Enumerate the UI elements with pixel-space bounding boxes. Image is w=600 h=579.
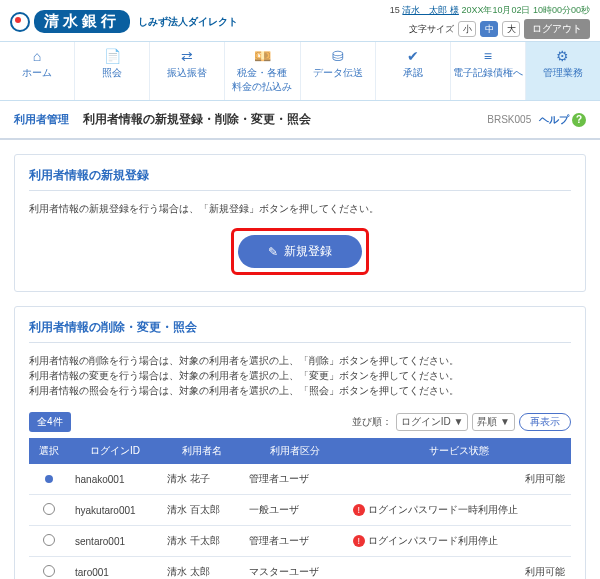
cell-login: hyakutaro001 bbox=[69, 495, 161, 526]
transfer-icon: ⇄ bbox=[152, 48, 222, 64]
manage-desc-edit: 利用者情報の変更を行う場合は、対象の利用者を選択の上、「変更」ボタンを押してくだ… bbox=[29, 368, 571, 383]
doc-icon: 📄 bbox=[77, 48, 147, 64]
nav-inquiry[interactable]: 📄照会 bbox=[74, 42, 149, 100]
admin-icon: ⚙ bbox=[528, 48, 598, 64]
timestamp: 20XX年10月02日 10時00分00秒 bbox=[461, 5, 590, 15]
data-icon: ⛁ bbox=[303, 48, 373, 64]
cell-role: 管理者ユーザ bbox=[243, 526, 347, 557]
nav-home[interactable]: ⌂ホーム bbox=[0, 42, 74, 100]
row-radio[interactable] bbox=[43, 565, 55, 577]
count-badge: 全4件 bbox=[29, 412, 71, 432]
cell-role: マスターユーザ bbox=[243, 557, 347, 580]
user-table: 選択 ログインID 利用者名 利用者区分 サービス状態 hanako001清水 … bbox=[29, 438, 571, 579]
register-title: 利用者情報の新規登録 bbox=[29, 167, 571, 191]
warning-icon: ! bbox=[353, 535, 365, 547]
nav-data[interactable]: ⛁データ伝送 bbox=[300, 42, 375, 100]
cell-name: 清水 花子 bbox=[161, 464, 243, 495]
tax-icon: 💴 bbox=[227, 48, 297, 64]
table-row: sentaro001清水 千太郎管理者ユーザ!ログインパスワード利用停止 bbox=[29, 526, 571, 557]
check-icon: ✔ bbox=[378, 48, 448, 64]
col-role: 利用者区分 bbox=[243, 438, 347, 464]
col-name: 利用者名 bbox=[161, 438, 243, 464]
sort-dir-select[interactable]: 昇順 ▼ bbox=[472, 413, 515, 431]
col-login: ログインID bbox=[69, 438, 161, 464]
cell-login: hanako001 bbox=[69, 464, 161, 495]
cell-name: 清水 千太郎 bbox=[161, 526, 243, 557]
cell-name: 清水 太郎 bbox=[161, 557, 243, 580]
pencil-icon: ✎ bbox=[268, 245, 278, 259]
cell-name: 清水 百太郎 bbox=[161, 495, 243, 526]
register-desc: 利用者情報の新規登録を行う場合は、「新規登録」ボタンを押してください。 bbox=[29, 201, 571, 216]
register-panel: 利用者情報の新規登録 利用者情報の新規登録を行う場合は、「新規登録」ボタンを押し… bbox=[14, 154, 586, 292]
cell-login: sentaro001 bbox=[69, 526, 161, 557]
help-link[interactable]: ヘルプ ? bbox=[539, 113, 586, 127]
sub-brand: しみず法人ダイレクト bbox=[138, 15, 238, 29]
row-radio[interactable] bbox=[45, 475, 53, 483]
cell-login: taro001 bbox=[69, 557, 161, 580]
nav-densai[interactable]: ≡電子記録債権へ bbox=[450, 42, 525, 100]
nav-approve[interactable]: ✔承認 bbox=[375, 42, 450, 100]
nav-admin[interactable]: ⚙管理業務 bbox=[525, 42, 600, 100]
new-register-button[interactable]: ✎ 新規登録 bbox=[238, 235, 362, 268]
register-highlight: ✎ 新規登録 bbox=[231, 228, 369, 275]
table-row: hanako001清水 花子管理者ユーザ利用可能 bbox=[29, 464, 571, 495]
manage-desc-delete: 利用者情報の削除を行う場合は、対象の利用者を選択の上、「削除」ボタンを押してくだ… bbox=[29, 353, 571, 368]
warning-icon: ! bbox=[353, 504, 365, 516]
logo-mark-icon bbox=[10, 12, 30, 32]
col-select: 選択 bbox=[29, 438, 69, 464]
refresh-button[interactable]: 再表示 bbox=[519, 413, 571, 431]
help-icon: ? bbox=[572, 113, 586, 127]
global-nav: ⌂ホーム 📄照会 ⇄振込振替 💴税金・各種 料金の払込み ⛁データ伝送 ✔承認 … bbox=[0, 41, 600, 101]
sort-field-select[interactable]: ログインID ▼ bbox=[396, 413, 469, 431]
table-row: taro001清水 太郎マスターユーザ利用可能 bbox=[29, 557, 571, 580]
cell-status: !ログインパスワード利用停止 bbox=[347, 526, 571, 557]
user-name-link[interactable]: 清水 太郎 様 bbox=[402, 5, 459, 15]
nav-tax[interactable]: 💴税金・各種 料金の払込み bbox=[224, 42, 299, 100]
breadcrumb-category: 利用者管理 bbox=[14, 112, 69, 127]
cell-status: 利用可能 bbox=[347, 464, 571, 495]
font-large-button[interactable]: 大 bbox=[502, 21, 520, 37]
cell-status: !ログインパスワード一時利用停止 bbox=[347, 495, 571, 526]
manage-panel: 利用者情報の削除・変更・照会 利用者情報の削除を行う場合は、対象の利用者を選択の… bbox=[14, 306, 586, 579]
user-prefix: 15 bbox=[390, 5, 400, 15]
table-row: hyakutaro001清水 百太郎一般ユーザ!ログインパスワード一時利用停止 bbox=[29, 495, 571, 526]
font-size-label: 文字サイズ bbox=[409, 23, 454, 36]
col-status: サービス状態 bbox=[347, 438, 571, 464]
manage-title: 利用者情報の削除・変更・照会 bbox=[29, 319, 571, 343]
row-radio[interactable] bbox=[43, 534, 55, 546]
logout-button[interactable]: ログアウト bbox=[524, 19, 590, 39]
bank-name: 清水銀行 bbox=[34, 10, 130, 33]
row-radio[interactable] bbox=[43, 503, 55, 515]
font-medium-button[interactable]: 中 bbox=[480, 21, 498, 37]
manage-desc-view: 利用者情報の照会を行う場合は、対象の利用者を選択の上、「照会」ボタンを押してくだ… bbox=[29, 383, 571, 398]
cell-role: 一般ユーザ bbox=[243, 495, 347, 526]
screen-code: BRSK005 bbox=[487, 114, 531, 125]
sort-label: 並び順： bbox=[352, 415, 392, 429]
cell-status: 利用可能 bbox=[347, 557, 571, 580]
bank-logo: 清水銀行 bbox=[10, 10, 130, 33]
font-small-button[interactable]: 小 bbox=[458, 21, 476, 37]
densai-icon: ≡ bbox=[453, 48, 523, 64]
home-icon: ⌂ bbox=[2, 48, 72, 64]
nav-transfer[interactable]: ⇄振込振替 bbox=[149, 42, 224, 100]
cell-role: 管理者ユーザ bbox=[243, 464, 347, 495]
page-title: 利用者情報の新規登録・削除・変更・照会 bbox=[83, 111, 311, 128]
